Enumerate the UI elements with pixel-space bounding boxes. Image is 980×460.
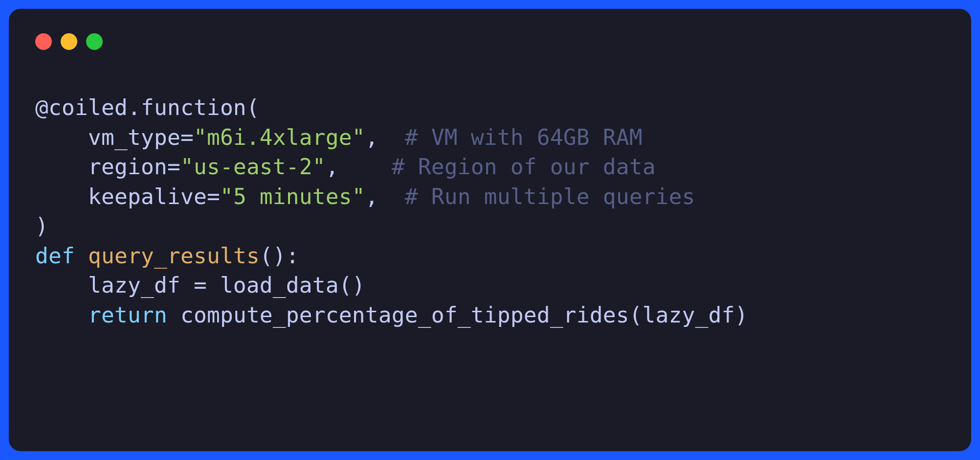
comment: # Run multiple queries [405, 184, 695, 209]
space [167, 302, 180, 327]
comma: , [326, 154, 392, 179]
param-name: keepalive= [88, 184, 220, 209]
minimize-icon[interactable] [61, 33, 77, 50]
string-literal: "5 minutes" [220, 184, 365, 209]
indent [35, 154, 88, 179]
decorator: @coiled.function( [35, 95, 260, 120]
function-name: query_results [88, 243, 260, 268]
code-body: compute_percentage_of_tipped_rides(lazy_… [180, 302, 748, 327]
comment: # Region of our data [392, 154, 656, 179]
indent [35, 273, 88, 298]
comma: , [365, 125, 405, 150]
param-name: region= [88, 154, 180, 179]
keyword-def: def [35, 243, 75, 268]
comma: , [365, 184, 405, 209]
param-name: vm_type= [88, 125, 194, 150]
keyword-return: return [88, 302, 167, 327]
indent [35, 302, 88, 327]
code-window: @coiled.function( vm_type="m6i.4xlarge",… [9, 9, 971, 451]
comment: # VM with 64GB RAM [405, 125, 643, 150]
string-literal: "us-east-2" [180, 154, 326, 179]
space [75, 243, 88, 268]
indent [35, 184, 88, 209]
window-titlebar [35, 33, 945, 50]
parens: (): [260, 243, 299, 268]
string-literal: "m6i.4xlarge" [194, 125, 365, 150]
close-icon[interactable] [35, 33, 52, 50]
code-body: lazy_df = load_data() [88, 273, 365, 298]
code-block: @coiled.function( vm_type="m6i.4xlarge",… [35, 93, 945, 330]
zoom-icon[interactable] [86, 33, 103, 50]
indent [35, 125, 88, 150]
decorator-close: ) [35, 213, 48, 238]
